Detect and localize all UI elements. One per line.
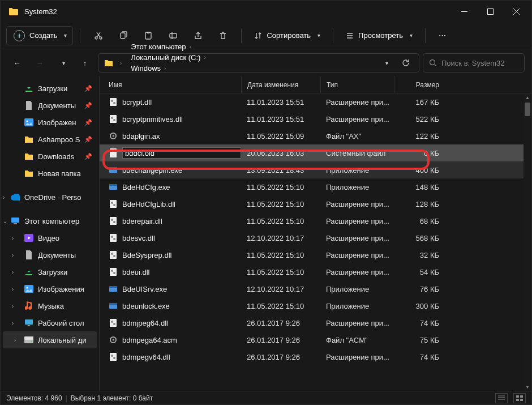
file-list[interactable]: bcrypt.dll11.01.2023 15:51Расширение при… xyxy=(100,93,524,391)
view-tiles-button[interactable] xyxy=(513,393,526,403)
svg-point-21 xyxy=(113,102,115,104)
video-icon xyxy=(24,233,33,242)
breadcrumb-item[interactable]: Windows› xyxy=(128,63,209,74)
file-type: Приложение xyxy=(320,302,394,310)
file-row[interactable]: bdechangepin.exe13.09.2021 18:43Приложен… xyxy=(100,161,524,178)
sidebar-item[interactable]: ›Загрузки xyxy=(1,263,99,280)
file-row[interactable]: BdeHdCfgLib.dll11.05.2022 15:10Расширени… xyxy=(100,195,524,212)
breadcrumb-item[interactable]: Этот компьютер› xyxy=(128,41,209,52)
documents-icon xyxy=(24,101,33,110)
sidebar-item[interactable]: ›Документы xyxy=(1,246,99,263)
sidebar-item[interactable]: Downloads📌 xyxy=(1,148,99,165)
explorer-window: System32 + Создать ▾ Сортировать ▾ Просм… xyxy=(0,0,532,405)
file-icon xyxy=(109,352,118,361)
crumb-chevron[interactable]: › xyxy=(117,59,125,67)
sidebar-item[interactable]: ›Видео xyxy=(1,229,99,246)
view-details-button[interactable] xyxy=(495,393,508,403)
sidebar-item[interactable]: Загрузки📌 xyxy=(1,80,99,97)
rename-input[interactable] xyxy=(122,147,241,159)
file-name: bderepair.dll xyxy=(122,217,162,225)
view-button[interactable]: Просмотреть ▾ xyxy=(340,26,418,45)
svg-rect-10 xyxy=(11,218,19,223)
svg-point-53 xyxy=(113,323,115,325)
file-date: 11.05.2022 15:09 xyxy=(241,132,320,140)
sidebar-item[interactable]: ›Локальный ди xyxy=(3,331,97,348)
create-label: Создать xyxy=(29,31,57,40)
file-row[interactable]: bdeui.dll11.05.2022 15:10Расширение при.… xyxy=(100,263,524,280)
file-name: bdmpega64.acm xyxy=(122,336,177,344)
col-size[interactable]: Размер xyxy=(394,76,445,93)
file-row[interactable]: BdeSysprep.dll11.05.2022 15:10Расширение… xyxy=(100,246,524,263)
sort-button[interactable]: Сортировать ▾ xyxy=(248,26,326,45)
cut-button[interactable] xyxy=(87,25,110,46)
vertical-scrollbar[interactable]: ▲ ▼ xyxy=(524,93,531,391)
file-row[interactable]: bderepair.dll11.05.2022 15:10Расширение … xyxy=(100,212,524,229)
file-row[interactable]: bdaplgin.ax11.05.2022 15:09Файл "AX"122 … xyxy=(100,127,524,144)
scroll-thumb[interactable] xyxy=(525,103,530,116)
svg-point-36 xyxy=(111,219,113,221)
sort-icon xyxy=(254,32,262,40)
col-date[interactable]: Дата изменения xyxy=(241,76,320,93)
file-size: 0 КБ xyxy=(394,149,445,157)
file-name: bdeunlock.exe xyxy=(122,302,170,310)
refresh-button[interactable] xyxy=(396,53,415,73)
sidebar-item[interactable]: ›Музыка xyxy=(1,297,99,314)
sidebar-onedrive[interactable]: ›OneDrive - Perso xyxy=(1,189,99,206)
sidebar-item[interactable]: Документы📌 xyxy=(1,97,99,114)
file-row[interactable]: BdeHdCfg.exe11.05.2022 15:10Приложение14… xyxy=(100,178,524,195)
file-row[interactable]: bdmpega64.acm26.01.2017 9:26Файл "ACM"75… xyxy=(100,331,524,348)
pin-icon: 📌 xyxy=(84,85,92,92)
pin-icon: 📌 xyxy=(84,119,92,126)
file-date: 13.09.2021 18:43 xyxy=(241,166,320,174)
file-row[interactable]: bcrypt.dll11.01.2023 15:51Расширение при… xyxy=(100,93,524,110)
file-row[interactable]: bdmjpeg64.dll26.01.2017 9:26Расширение п… xyxy=(100,314,524,331)
search-box[interactable]: Поиск в: System32 xyxy=(423,53,525,73)
sidebar-item[interactable]: ›Изображения xyxy=(1,280,99,297)
sidebar-item[interactable]: Ashampoo S📌 xyxy=(1,131,99,148)
file-size: 300 КБ xyxy=(394,302,445,310)
breadcrumb-item[interactable]: Локальный диск (C:)› xyxy=(128,52,209,63)
file-icon xyxy=(109,318,118,327)
svg-point-57 xyxy=(111,355,113,357)
up-button[interactable]: ↑ xyxy=(75,53,95,73)
svg-point-1 xyxy=(95,37,97,39)
sidebar-item[interactable]: Новая папка xyxy=(1,165,99,182)
plus-icon: + xyxy=(14,30,25,41)
minimize-button[interactable] xyxy=(451,1,477,22)
file-date: 26.01.2017 9:26 xyxy=(241,353,320,361)
file-icon xyxy=(109,199,118,208)
sidebar-pc[interactable]: ⌄Этот компьютер xyxy=(1,212,99,229)
file-name: bdechangepin.exe xyxy=(122,166,182,174)
file-row[interactable]: bdmpegv64.dll26.01.2017 9:26Расширение п… xyxy=(100,348,524,365)
sidebar-item[interactable]: Изображен📌 xyxy=(1,114,99,131)
delete-button[interactable] xyxy=(212,25,234,46)
history-button[interactable]: ▾ xyxy=(53,53,72,73)
file-row[interactable]: bcryptprimitives.dll11.01.2023 15:51Расш… xyxy=(100,110,524,127)
col-name[interactable]: Имя xyxy=(100,81,241,89)
back-button[interactable]: ← xyxy=(7,53,27,73)
file-date: 12.10.2022 10:17 xyxy=(241,285,320,293)
address-box[interactable]: › Этот компьютер›Локальный диск (C:)›Win… xyxy=(98,53,419,73)
col-type[interactable]: Тип xyxy=(320,76,394,93)
more-button[interactable]: ⋯ xyxy=(432,26,453,45)
file-icon xyxy=(109,148,118,157)
file-row[interactable]: bdesvc.dll12.10.2022 10:17Расширение при… xyxy=(100,229,524,246)
file-row[interactable]: 20.06.2023 16:03Системный файл0 КБ xyxy=(100,144,524,161)
file-icon xyxy=(109,284,118,293)
file-icon xyxy=(109,335,118,344)
folder-icon xyxy=(24,169,33,178)
file-size: 568 КБ xyxy=(394,234,445,242)
file-row[interactable]: bdeunlock.exe11.05.2022 15:10Приложение3… xyxy=(100,297,524,314)
create-button[interactable]: + Создать ▾ xyxy=(6,26,73,45)
file-type: Расширение при... xyxy=(320,217,394,225)
close-button[interactable] xyxy=(503,1,529,22)
file-date: 11.01.2023 15:51 xyxy=(241,115,320,123)
forward-button[interactable]: → xyxy=(30,53,49,73)
svg-point-7 xyxy=(430,60,435,65)
maximize-button[interactable] xyxy=(477,1,503,22)
file-row[interactable]: BdeUISrv.exe12.10.2022 10:17Приложение76… xyxy=(100,280,524,297)
svg-point-23 xyxy=(111,117,113,119)
address-dropdown[interactable]: ▾ xyxy=(376,53,395,73)
sidebar-item[interactable]: ›Рабочий стол xyxy=(1,314,99,331)
svg-point-24 xyxy=(113,119,115,121)
